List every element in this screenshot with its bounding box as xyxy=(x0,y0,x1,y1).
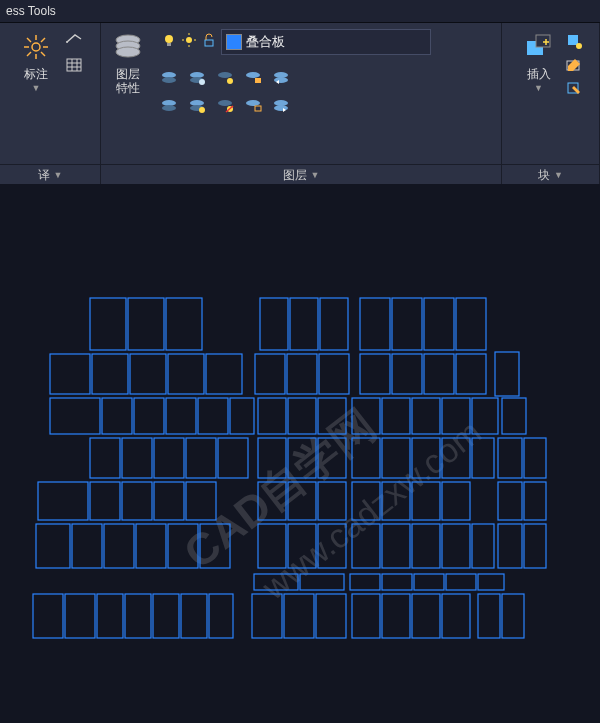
svg-rect-68 xyxy=(92,354,128,394)
svg-point-48 xyxy=(274,105,288,111)
svg-rect-126 xyxy=(104,524,134,568)
chevron-down-icon: ▼ xyxy=(54,170,63,180)
svg-rect-149 xyxy=(97,594,123,638)
svg-rect-66 xyxy=(456,298,486,350)
svg-rect-83 xyxy=(166,398,196,434)
svg-rect-155 xyxy=(284,594,314,638)
svg-rect-91 xyxy=(412,398,440,434)
svg-rect-152 xyxy=(181,594,207,638)
svg-rect-19 xyxy=(167,43,171,46)
layer-previous-icon[interactable] xyxy=(269,93,293,117)
panel-annotation-title[interactable]: 译▼ xyxy=(0,164,100,185)
svg-rect-76 xyxy=(392,354,422,394)
layer-match-icon[interactable] xyxy=(269,65,293,89)
edit-block-icon[interactable] xyxy=(564,55,584,75)
svg-rect-116 xyxy=(288,482,316,520)
layer-unlock-icon[interactable] xyxy=(241,93,265,117)
panel-block: 插入 ▼ 块▼ xyxy=(502,23,600,185)
svg-rect-98 xyxy=(186,438,216,478)
active-tab[interactable]: ess Tools xyxy=(6,4,56,18)
svg-rect-114 xyxy=(186,482,216,520)
panel-block-title[interactable]: 块▼ xyxy=(502,164,599,185)
svg-rect-157 xyxy=(352,594,380,638)
svg-rect-59 xyxy=(166,298,202,350)
edit-attributes-icon[interactable] xyxy=(564,79,584,99)
svg-point-20 xyxy=(186,37,192,43)
layer-on-icon[interactable] xyxy=(157,93,181,117)
svg-rect-148 xyxy=(65,594,95,638)
chevron-down-icon: ▼ xyxy=(534,83,543,93)
svg-point-32 xyxy=(227,78,233,84)
svg-rect-158 xyxy=(382,594,410,638)
layer-dropdown[interactable]: 叠合板 xyxy=(221,29,431,55)
svg-point-38 xyxy=(162,105,176,111)
block-side-stack xyxy=(564,29,584,162)
insert-block-button[interactable]: 插入 ▼ xyxy=(518,29,560,162)
layer-freeze-icon[interactable] xyxy=(185,65,209,89)
tab-bar: ess Tools xyxy=(0,0,600,23)
insert-block-label: 插入 xyxy=(527,67,551,81)
annotation-side-stack xyxy=(64,29,84,162)
svg-rect-161 xyxy=(478,594,500,638)
svg-rect-134 xyxy=(382,524,410,568)
svg-rect-25 xyxy=(205,40,213,46)
svg-rect-132 xyxy=(318,524,346,568)
current-layer-control[interactable]: 叠合板 xyxy=(157,29,435,55)
svg-rect-130 xyxy=(258,524,286,568)
svg-rect-138 xyxy=(498,524,522,568)
svg-rect-61 xyxy=(290,298,318,350)
layer-lock-icon[interactable] xyxy=(241,65,265,89)
svg-line-6 xyxy=(41,52,45,56)
svg-point-52 xyxy=(576,43,582,49)
layer-properties-button[interactable]: 图层 特性 xyxy=(105,29,151,99)
svg-rect-71 xyxy=(206,354,242,394)
panel-layer: 图层 特性 叠合板 xyxy=(101,23,502,185)
svg-rect-50 xyxy=(536,35,550,47)
svg-rect-79 xyxy=(495,352,519,396)
svg-rect-63 xyxy=(360,298,390,350)
svg-line-5 xyxy=(27,38,31,42)
layer-unisolate-icon[interactable] xyxy=(213,93,237,117)
svg-rect-10 xyxy=(67,59,81,71)
svg-rect-103 xyxy=(352,438,380,478)
svg-rect-139 xyxy=(524,524,546,568)
svg-rect-111 xyxy=(90,482,120,520)
dimension-button[interactable]: 标注 ▼ xyxy=(16,29,56,162)
svg-rect-120 xyxy=(412,482,440,520)
svg-point-30 xyxy=(199,79,205,85)
svg-rect-156 xyxy=(316,594,346,638)
svg-rect-82 xyxy=(134,398,164,434)
table-icon[interactable] xyxy=(64,55,84,75)
svg-rect-150 xyxy=(125,594,151,638)
lightbulb-on-icon xyxy=(161,32,177,52)
svg-rect-97 xyxy=(154,438,184,478)
svg-rect-107 xyxy=(472,438,494,478)
svg-rect-131 xyxy=(288,524,316,568)
svg-rect-143 xyxy=(382,574,412,590)
svg-rect-109 xyxy=(524,438,546,478)
svg-point-17 xyxy=(116,47,140,57)
svg-point-41 xyxy=(199,107,205,113)
create-block-icon[interactable] xyxy=(564,31,584,51)
panel-layer-title[interactable]: 图层▼ xyxy=(101,164,501,185)
chevron-down-icon: ▼ xyxy=(311,170,320,180)
svg-rect-100 xyxy=(258,438,286,478)
svg-rect-58 xyxy=(128,298,164,350)
svg-rect-113 xyxy=(154,482,184,520)
svg-rect-136 xyxy=(442,524,470,568)
svg-rect-140 xyxy=(254,574,298,590)
layer-tools-grid xyxy=(157,61,435,145)
svg-rect-141 xyxy=(300,574,344,590)
svg-rect-104 xyxy=(382,438,410,478)
layer-off-icon[interactable] xyxy=(157,65,181,89)
svg-rect-75 xyxy=(360,354,390,394)
layer-thaw-icon[interactable] xyxy=(185,93,209,117)
svg-rect-62 xyxy=(320,298,348,350)
svg-rect-147 xyxy=(33,594,63,638)
layer-isolate-icon[interactable] xyxy=(213,65,237,89)
svg-rect-125 xyxy=(72,524,102,568)
leader-icon[interactable] xyxy=(64,31,84,51)
unlock-icon xyxy=(201,32,217,52)
svg-rect-70 xyxy=(168,354,204,394)
svg-rect-117 xyxy=(318,482,346,520)
